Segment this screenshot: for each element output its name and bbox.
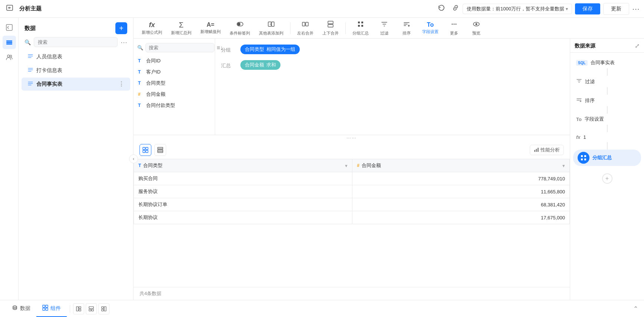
filter-btn[interactable]: 过滤: [374, 19, 395, 37]
field-label-customer-id: 客户ID: [146, 69, 161, 75]
field-label-payment-type: 合同付款类型: [146, 102, 175, 109]
svg-rect-31: [534, 150, 535, 152]
field-item-contract-id[interactable]: T 合同ID: [134, 55, 215, 66]
add-assign-col-btn[interactable]: A= 新增赋值列: [197, 20, 224, 36]
add-sum-col-btn[interactable]: Σ 新增汇总列: [167, 19, 195, 37]
data-list-item-attendance[interactable]: 打卡信息表: [22, 64, 130, 77]
field-item-contract-type[interactable]: T 合同类型: [134, 78, 215, 89]
cell-contract-type-2: 长期协议订单: [134, 198, 352, 211]
preview-btn[interactable]: 预览: [466, 19, 487, 37]
pipeline-node-formula[interactable]: fx 1: [570, 132, 644, 142]
drag-handle[interactable]: ⋯⋯: [134, 135, 570, 141]
perf-icon: [534, 147, 539, 153]
contract-item-more-icon[interactable]: ⋮: [118, 81, 124, 88]
pipeline-node-sort[interactable]: 排序: [570, 95, 644, 106]
filter-pipeline-icon: [576, 78, 582, 85]
data-panel-more-icon[interactable]: ⋯: [121, 38, 127, 46]
sidebar-data-icon[interactable]: [3, 36, 16, 49]
svg-rect-50: [104, 307, 106, 311]
data-list-item-personnel[interactable]: 人员信息表: [22, 50, 130, 63]
pipeline-line: [607, 87, 608, 95]
sort-btn[interactable]: 排序: [396, 19, 417, 37]
svg-rect-40: [46, 305, 48, 307]
field-list-panel: 🔍 ≡↓ T 合同ID T 客户ID T: [134, 39, 215, 135]
perf-analysis-btn[interactable]: 性能分析: [530, 145, 564, 155]
col-header-contract-amount: # 合同金额 ▾: [352, 159, 570, 172]
svg-rect-4: [6, 43, 12, 45]
layout-btn-2[interactable]: [86, 303, 97, 314]
pipeline-node-filter[interactable]: 过滤: [570, 76, 644, 87]
list-view-btn[interactable]: [154, 144, 166, 156]
save-button[interactable]: 保存: [575, 3, 600, 14]
svg-rect-41: [43, 308, 45, 310]
topbar-more-btn[interactable]: ⋯: [632, 4, 640, 13]
link-icon[interactable]: [451, 4, 460, 14]
attendance-table-label: 打卡信息表: [36, 67, 62, 74]
svg-rect-34: [581, 155, 583, 157]
other-table-icon: [267, 20, 275, 30]
pipeline-item-formula: fx 1: [570, 132, 644, 150]
sidebar-back-icon[interactable]: [3, 21, 16, 34]
update-button[interactable]: 更新: [603, 3, 629, 15]
group-chip-contract-type[interactable]: 合同类型 相同值为一组: [240, 45, 300, 54]
svg-rect-51: [102, 309, 104, 311]
add-formula-col-btn[interactable]: fx 新增公式列: [138, 20, 166, 37]
summary-label: 汇总: [221, 60, 234, 69]
data-panel-search-input[interactable]: [34, 37, 118, 47]
col-dropdown-contract-type[interactable]: ▾: [345, 163, 348, 169]
bottom-divider: [70, 305, 70, 313]
col-dropdown-contract-amount[interactable]: ▾: [562, 163, 565, 169]
field-list-search-area: 🔍 ≡↓: [134, 42, 215, 55]
cell-contract-type-0: 购买合同: [134, 172, 352, 185]
merge-lr-label: 左右合并: [297, 30, 313, 36]
pipeline-node-sql[interactable]: SQL 合同事实表: [570, 57, 644, 68]
field-item-customer-id[interactable]: T 客户ID: [134, 66, 215, 78]
table-scroll-area: T 合同类型 ▾ # 合同金额: [134, 159, 570, 287]
data-list-item-contract[interactable]: 合同事实表 ⋮: [22, 78, 130, 91]
field-item-contract-amount[interactable]: # 合同金额: [134, 89, 215, 100]
merge-lr-btn[interactable]: 左右合并: [293, 19, 317, 37]
back-icon[interactable]: [4, 3, 15, 15]
data-usage-selector[interactable]: 使用数据量：前1000万行，暂不支持全量数据 ▾: [463, 4, 572, 14]
svg-rect-12: [306, 22, 308, 26]
grid-view-btn[interactable]: [139, 144, 151, 156]
svg-rect-2: [6, 40, 12, 42]
refresh-icon[interactable]: [437, 4, 446, 14]
collapse-panel-btn[interactable]: ‹: [129, 154, 138, 163]
add-datasource-btn[interactable]: +: [115, 22, 127, 34]
add-formula-col-label: 新增公式列: [142, 30, 162, 35]
merge-tb-btn[interactable]: 上下合并: [319, 19, 342, 37]
add-condition-col-btn[interactable]: 条件标签列: [226, 19, 254, 37]
personnel-table-icon: [27, 53, 33, 60]
col-label-contract-type: 合同类型: [143, 162, 162, 169]
sort-label: 排序: [402, 30, 411, 36]
add-pipeline-step-btn[interactable]: +: [602, 173, 612, 184]
svg-rect-13: [328, 21, 333, 24]
more-btn[interactable]: 更多: [444, 19, 464, 37]
table-row: 购买合同 778,749,010: [134, 172, 570, 185]
group-summary-btn[interactable]: 分组汇总: [349, 19, 372, 37]
field-item-payment-type[interactable]: T 合同付款类型: [134, 100, 215, 111]
pipeline-group-label: 分组汇总: [592, 154, 612, 161]
table-area: 性能分析 T 合同类型 ▾: [134, 141, 570, 300]
more-label: 更多: [450, 30, 458, 36]
pipeline-node-group[interactable]: 分组汇总: [573, 150, 641, 166]
field-search-input[interactable]: [145, 43, 214, 52]
pipeline-node-field-settings[interactable]: To 字段设置: [570, 114, 644, 125]
add-other-col-btn[interactable]: 其他表添加列: [255, 19, 287, 37]
left-sidebar: [0, 18, 19, 300]
bottom-tab-component[interactable]: 组件: [36, 300, 67, 317]
right-panel-expand-icon[interactable]: ⤢: [635, 42, 640, 49]
bottom-expand-icon[interactable]: ⌃: [633, 305, 638, 312]
pipeline-item-filter: 过滤: [570, 76, 644, 95]
field-settings-btn[interactable]: To 字段设置: [418, 20, 442, 36]
summary-chip-contract-amount[interactable]: 合同金额 求和: [240, 60, 280, 70]
sidebar-users-icon[interactable]: [3, 50, 16, 64]
svg-rect-25: [146, 147, 148, 150]
data-panel-list: 人员信息表 打卡信息表 合同事实表 ⋮: [19, 50, 133, 300]
sum-icon: Σ: [179, 21, 183, 29]
data-panel-search-area: 🔍 ⋯: [19, 37, 133, 50]
bottom-tab-data[interactable]: 数据: [6, 300, 36, 317]
layout-btn-1[interactable]: [73, 303, 84, 314]
layout-btn-3[interactable]: [98, 303, 109, 314]
